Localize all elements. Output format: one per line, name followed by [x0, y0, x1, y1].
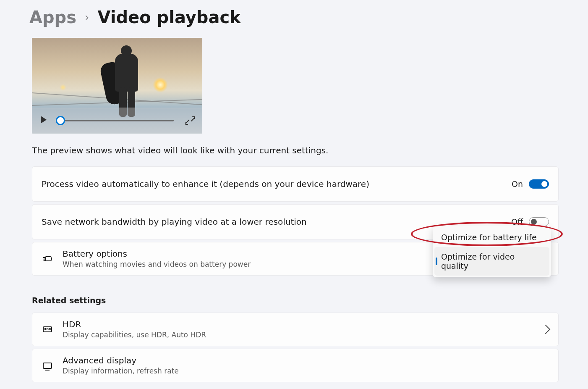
- play-icon: [41, 116, 47, 124]
- related-subtitle: Display information, refresh rate: [63, 366, 549, 376]
- battery-plug-icon: [42, 255, 52, 263]
- setting-enhance-video: Process video automatically to enhance i…: [32, 166, 559, 202]
- breadcrumb: Apps › Video playback: [29, 8, 559, 27]
- battery-options-dropdown: Optimize for battery life Optimize for v…: [433, 226, 551, 277]
- related-title: Advanced display: [63, 355, 549, 366]
- svg-rect-1: [51, 258, 52, 260]
- hdr-icon: HDR: [43, 326, 52, 332]
- sun-graphic: [153, 77, 168, 92]
- section-header-related: Related settings: [32, 296, 559, 305]
- breadcrumb-parent[interactable]: Apps: [29, 8, 76, 27]
- dropdown-option-video-quality[interactable]: Optimize for video quality: [434, 247, 549, 276]
- enhance-toggle[interactable]: [529, 179, 549, 189]
- fullscreen-button[interactable]: [186, 116, 195, 125]
- setting-title: Process video automatically to enhance i…: [42, 178, 512, 190]
- play-button[interactable]: [39, 116, 49, 125]
- chevron-right-icon: ›: [85, 11, 89, 24]
- chevron-right-icon: [541, 325, 551, 334]
- toggle-state-label: Off: [511, 217, 523, 226]
- video-preview: [32, 38, 202, 134]
- video-progress-slider[interactable]: [60, 120, 174, 121]
- related-subtitle: Display capabilities, use HDR, Auto HDR: [63, 330, 542, 340]
- page-title: Video playback: [97, 8, 240, 27]
- toggle-state-label: On: [512, 179, 523, 189]
- preview-caption: The preview shows what video will look l…: [32, 145, 559, 155]
- dropdown-option-battery-life[interactable]: Optimize for battery life: [434, 228, 549, 247]
- bandwidth-toggle[interactable]: [529, 217, 549, 226]
- related-hdr[interactable]: HDR HDR Display capabilities, use HDR, A…: [32, 313, 559, 346]
- svg-rect-0: [45, 257, 51, 261]
- related-advanced-display[interactable]: Advanced display Display information, re…: [32, 349, 559, 382]
- related-title: HDR: [63, 318, 542, 330]
- display-icon: [43, 363, 52, 369]
- slider-thumb[interactable]: [56, 116, 65, 125]
- expand-icon: [191, 117, 195, 121]
- video-controls: [32, 108, 202, 134]
